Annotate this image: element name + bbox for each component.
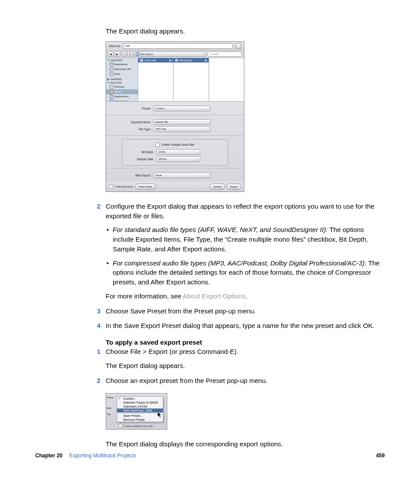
export-button[interactable]: Export [227,184,241,190]
step-4: 4 In the Save Export Preset dialog that … [97,321,385,331]
preset-menu-item[interactable]: Custom... [117,397,163,401]
home-icon [110,90,114,94]
apply-step-2: 2 Choose an export preset from the Prese… [97,376,385,386]
column-item-selected[interactable]: Cafe edits▶ [138,58,173,63]
sidebar-device[interactable]: Macintosh HD [106,67,138,72]
preset-menu-item-selected[interactable]: Web download -300k [117,408,163,412]
preset-menu-save[interactable]: Save Preset... [117,414,163,418]
bitdepth-dropdown[interactable]: 16 Bit⌄ [156,149,200,155]
browser-column-2: Mix Export▶ [173,58,209,101]
path-dropdown[interactable]: Mix Export⌄ [134,52,206,57]
preset-menu-item[interactable]: Selected Tracks to WAVE [117,401,163,405]
file-browser: ▼ DEVICES facedancer Macintosh HD iDisk … [106,58,244,102]
page-number: 459 [376,452,385,459]
folder-icon [140,59,144,62]
mono-checkbox[interactable] [155,143,160,147]
device-icon [110,63,114,66]
sidebar-device[interactable]: facedancer [106,62,138,67]
folder-icon [175,59,179,62]
nav-forward-button[interactable]: ▶ [114,52,120,57]
step-number: 1 [97,347,100,357]
sidebar-devices-header: ▼ DEVICES [107,59,136,62]
mono-label: Create multiple mono files [161,143,194,146]
saveas-label: Save As: [109,44,121,48]
samplerate-label: Sample Rate: [125,158,156,161]
bitdepth-label: Bit Depth: [125,151,156,154]
sidebar-places-header: ▼ PLACES [107,81,136,84]
hideext-checkbox[interactable]: ✓ [109,184,113,189]
sidebar-place-selected[interactable]: admin [106,89,138,94]
sidebar-place[interactable]: Applications [106,94,138,99]
step-number: 2 [97,202,100,211]
sub-bullet: For standard audio file types (AIFF, WAV… [106,225,385,254]
disk-icon [110,67,114,71]
apply-step-1: 1 Choose File > Export (or press Command… [97,347,385,371]
nav-back-button[interactable]: ◀ [108,52,114,57]
sidebar-place[interactable]: Desktop [106,85,138,89]
chapter-title: Exporting Multitrack Projects [69,452,136,459]
saveas-field[interactable]: Cafe [123,43,233,49]
sidebar-shared-header: ▶ SHARED [107,77,136,81]
browser-sidebar: ▼ DEVICES facedancer Macintosh HD iDisk … [106,58,138,101]
step-more-info: For more information, see About Export O… [106,291,385,301]
search-field[interactable]: ⌕ search [207,52,242,57]
preset-foot: Create multiple mono file [106,423,167,428]
step-3: 3 Choose Save Preset from the Preset pop… [97,306,385,316]
collapse-button[interactable] [236,43,241,49]
browser-column-1: Cafe edits▶ [138,58,173,101]
folder-icon [136,52,140,56]
page-footer: Chapter 20 Exporting Multitrack Projects… [35,449,385,459]
dialog-saveas-row: Save As: Cafe [106,42,244,51]
applications-icon [110,95,114,99]
intro-text: The Export dialog appears. [106,26,385,36]
hideext-label: Hide Extension [115,185,133,188]
sub-bullet: For compressed audio file types (MP3, AA… [106,258,385,287]
cancel-button[interactable]: Cancel [210,184,225,190]
bg-label: Item [107,407,112,409]
afterexport-dropdown[interactable]: None⌄ [153,173,210,178]
filetype-dropdown[interactable]: AIFF File⌄ [153,126,210,132]
preset-menu-screenshot: Prese Item Typ Custom... Selected Tracks… [106,393,167,430]
bg-label: Prese [107,396,114,399]
step-number: 2 [97,376,100,386]
column-item-selected[interactable]: Mix Export▶ [173,58,208,63]
export-dialog-screenshot: Save As: Cafe ◀ ▶ ≡ ☰ Mix Export⌄ ⌕ sear… [106,41,244,192]
preset-label: Preset: [111,107,153,110]
step-number: 3 [97,306,100,316]
samplerate-dropdown[interactable]: 48 kHz⌄ [156,156,200,162]
afterexport-label: After Export: [111,174,153,177]
idisk-icon [110,72,114,76]
foot-checkbox[interactable] [118,424,122,428]
after-preset-text: The Export dialog displays the correspon… [106,439,385,449]
sidebar-place[interactable]: Documents [106,99,138,101]
preset-dropdown[interactable]: Custom...⌄ [153,106,210,111]
list-toggle[interactable]: ☰ [127,52,133,57]
dialog-navbar: ◀ ▶ ≡ ☰ Mix Export⌄ ⌕ search [106,51,244,58]
sidebar-device[interactable]: iDisk [106,72,138,77]
exported-label: Exported Items: [111,121,153,124]
desktop-icon [110,85,114,89]
about-export-options-link[interactable]: About Export Options [183,292,246,300]
apply-step1-after: The Export dialog appears. [106,361,385,371]
browser-column-3 [209,58,244,101]
bg-label: Typ [107,413,111,416]
menu-separator [118,413,162,413]
filetype-label: File Type: [111,128,153,131]
step-number: 4 [97,321,100,331]
exported-dropdown[interactable]: Master Mix⌄ [153,119,210,125]
view-toggle[interactable]: ≡ [121,52,126,57]
apply-heading: To apply a saved export preset [106,338,385,346]
preset-menu-item[interactable]: Submixes 24/192 [117,405,163,408]
dialog-bottom-bar: ✓ Hide Extension New Folder Cancel Expor… [106,182,244,191]
documents-icon [110,99,114,101]
dialog-options-section: Preset: Custom...⌄ [106,102,244,115]
newfolder-button[interactable]: New Folder [135,184,156,190]
preset-menu-remove[interactable]: Remove Preset [117,418,163,422]
step-2: 2 Configure the Export dialog that appea… [97,202,385,301]
chapter-number: Chapter 20 [35,452,63,459]
preset-menu-panel: Custom... Selected Tracks to WAVE Submix… [117,396,163,422]
